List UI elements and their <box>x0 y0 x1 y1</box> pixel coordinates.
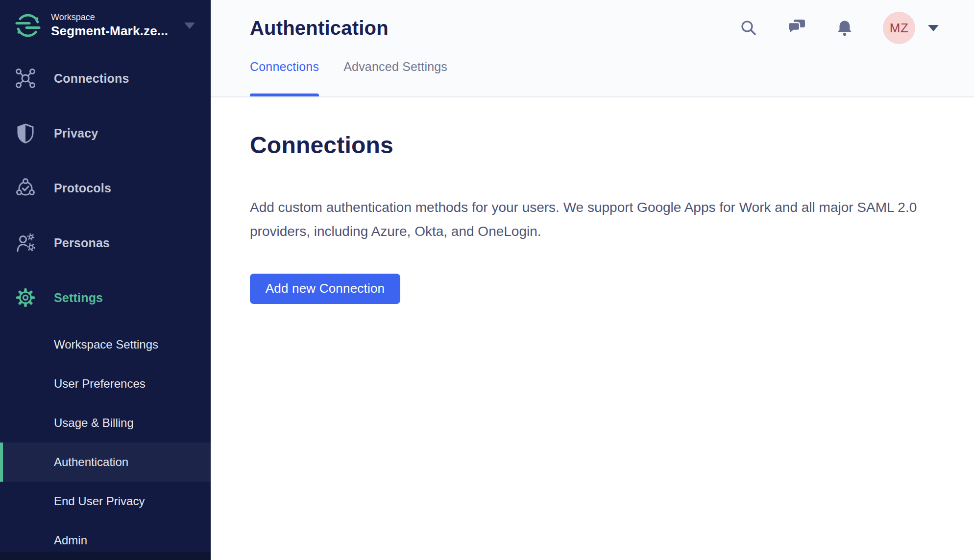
sidebar-item-authentication[interactable]: Authentication <box>0 443 211 482</box>
page-header: Authentication <box>211 0 974 97</box>
user-menu[interactable]: MZ <box>883 12 939 44</box>
sidebar-item-personas[interactable]: Personas <box>0 215 211 270</box>
user-menu-chevron-down-icon[interactable] <box>928 25 939 31</box>
page-title: Authentication <box>250 17 389 39</box>
connections-icon <box>15 68 36 89</box>
add-new-connection-button[interactable]: Add new Connection <box>250 274 400 304</box>
sidebar-item-connections[interactable]: Connections <box>0 51 211 106</box>
notifications-bell-icon[interactable] <box>835 18 854 38</box>
sub-item-label: Authentication <box>54 455 128 469</box>
section-description: Add custom authentication methods for yo… <box>250 195 935 243</box>
sidebar-item-privacy[interactable]: Privacy <box>0 106 211 161</box>
privacy-shield-icon <box>15 122 36 144</box>
sub-item-label: User Preferences <box>54 377 146 391</box>
protocols-icon <box>15 177 36 199</box>
sidebar-item-settings[interactable]: Settings <box>0 270 211 325</box>
workspace-name: Segment-Mark.ze... <box>51 24 168 39</box>
header-actions: MZ <box>739 12 939 44</box>
sidebar-item-protocols[interactable]: Protocols <box>0 161 211 215</box>
sub-item-label: End User Privacy <box>54 494 145 508</box>
tab-connections[interactable]: Connections <box>250 44 319 96</box>
workspace-switcher[interactable]: Workspace Segment-Mark.ze... <box>0 0 211 51</box>
sidebar-item-end-user-privacy[interactable]: End User Privacy <box>0 482 211 521</box>
tab-advanced-settings[interactable]: Advanced Settings <box>343 44 447 96</box>
sub-item-label: Admin <box>54 534 87 547</box>
sidebar-item-label: Settings <box>54 291 103 305</box>
workspace-label: Workspace <box>51 12 168 23</box>
sidebar-nav: Connections Privacy Protocols <box>0 51 211 325</box>
main-area: Authentication <box>211 0 974 560</box>
workspace-chevron-down-icon[interactable] <box>184 23 195 29</box>
segment-logo-icon <box>15 12 41 39</box>
search-icon[interactable] <box>739 18 758 38</box>
sub-item-label: Workspace Settings <box>54 338 158 351</box>
app-window: Workspace Segment-Mark.ze... Connections <box>0 0 974 560</box>
section-heading: Connections <box>250 132 935 159</box>
sidebar-item-label: Privacy <box>54 126 98 140</box>
sidebar-item-label: Personas <box>54 236 110 250</box>
sidebar-item-user-preferences[interactable]: User Preferences <box>0 364 211 403</box>
sidebar: Workspace Segment-Mark.ze... Connections <box>0 0 211 560</box>
settings-gear-icon <box>15 287 36 308</box>
tab-bar: Connections Advanced Settings <box>250 44 939 96</box>
sidebar-footer-strip <box>0 552 211 560</box>
sidebar-item-label: Connections <box>54 71 129 86</box>
chat-icon[interactable] <box>787 18 806 38</box>
personas-icon <box>15 232 36 254</box>
sidebar-item-usage-billing[interactable]: Usage & Billing <box>0 403 211 443</box>
avatar[interactable]: MZ <box>883 12 915 44</box>
content-panel: Connections Add custom authentication me… <box>211 97 974 560</box>
settings-subnav: Workspace Settings User Preferences Usag… <box>0 325 211 560</box>
sub-item-label: Usage & Billing <box>54 416 134 430</box>
sidebar-item-workspace-settings[interactable]: Workspace Settings <box>0 325 211 364</box>
sidebar-item-label: Protocols <box>54 181 111 195</box>
